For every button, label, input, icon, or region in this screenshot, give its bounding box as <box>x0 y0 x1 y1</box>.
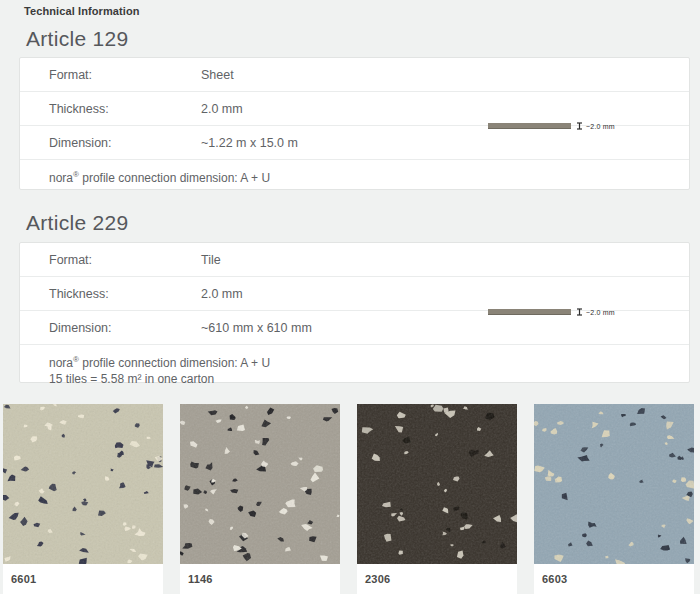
technical-information-page: Technical Information Article 129 Format… <box>0 0 700 594</box>
thickness-profile-diagram: ~2.0 mm <box>488 306 615 318</box>
article-229-heading: Article 229 <box>26 211 129 235</box>
article-129-heading: Article 129 <box>26 27 129 51</box>
footnote-line: 15 tiles = 5.58 m² in one carton <box>49 371 660 387</box>
article-229-spec-card: Format: Tile Thickness: 2.0 mm Dimension… <box>19 242 690 383</box>
swatch-card-1146[interactable]: 1146 <box>180 404 340 594</box>
color-swatch-row: 6601 1146 2306 6603 <box>3 404 694 594</box>
row-label: Thickness: <box>49 287 109 301</box>
swatch-image[interactable] <box>3 404 163 564</box>
thickness-profile-diagram: ~2.0 mm <box>488 120 615 132</box>
table-row-format: Format: Sheet <box>20 58 689 92</box>
row-label: Dimension: <box>49 321 112 335</box>
row-label: Dimension: <box>49 136 112 150</box>
row-value: 2.0 mm <box>201 102 243 116</box>
swatch-code: 6603 <box>534 564 694 585</box>
profile-thickness-label: ~2.0 mm <box>586 123 615 130</box>
table-footnote: nora® profile connection dimension: A + … <box>20 345 689 387</box>
swatch-card-6603[interactable]: 6603 <box>534 404 694 594</box>
swatch-code: 1146 <box>180 564 340 585</box>
row-value: 2.0 mm <box>201 287 243 301</box>
row-label: Thickness: <box>49 102 109 116</box>
swatch-image[interactable] <box>180 404 340 564</box>
row-value: ~1.22 m x 15.0 m <box>201 136 298 150</box>
swatch-code: 6601 <box>3 564 163 585</box>
row-value: Sheet <box>201 68 234 82</box>
table-row-format: Format: Tile <box>20 243 689 277</box>
row-value: Tile <box>201 253 221 267</box>
swatch-card-2306[interactable]: 2306 <box>357 404 517 594</box>
measure-ibeam-icon <box>576 122 583 130</box>
swatch-code: 2306 <box>357 564 517 585</box>
profile-cross-section-bar <box>488 123 571 129</box>
swatch-image[interactable] <box>357 404 517 564</box>
row-label: Format: <box>49 68 92 82</box>
page-title: Technical Information <box>24 5 140 17</box>
article-129-spec-card: Format: Sheet Thickness: 2.0 mm Dimensio… <box>19 57 690 190</box>
footnote-line: nora® profile connection dimension: A + … <box>49 352 660 371</box>
row-value: ~610 mm x 610 mm <box>201 321 312 335</box>
profile-thickness-label: ~2.0 mm <box>586 309 615 316</box>
swatch-image[interactable] <box>534 404 694 564</box>
row-label: Format: <box>49 253 92 267</box>
profile-cross-section-bar <box>488 309 571 315</box>
measure-ibeam-icon <box>576 308 583 316</box>
footnote-line: nora® profile connection dimension: A + … <box>49 167 660 186</box>
table-footnote: nora® profile connection dimension: A + … <box>20 160 689 186</box>
swatch-card-6601[interactable]: 6601 <box>3 404 163 594</box>
